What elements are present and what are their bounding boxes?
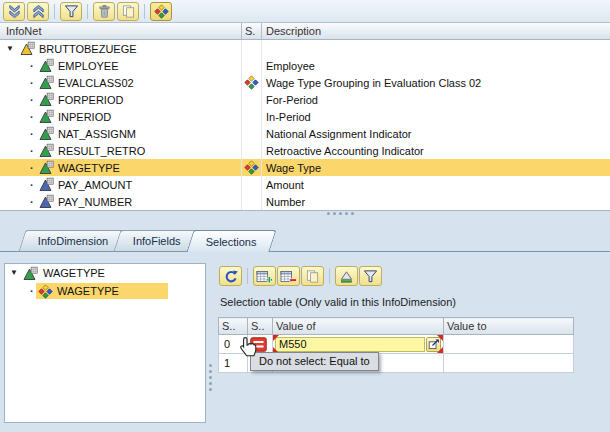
tree-item-pay-number[interactable]: ·PAY_NUMBER Number (0, 193, 610, 210)
tab-strip: InfoDimension InfoFields Selections (0, 229, 610, 252)
tree-item-evalclass02[interactable]: ·EVALCLASS02 Wage Type Grouping in Evalu… (0, 74, 610, 91)
bullet: · (30, 94, 36, 106)
tree-item-description: In-Period (262, 108, 610, 125)
dimension-icon (39, 143, 54, 158)
tree-item-label: WAGETYPE (57, 285, 119, 297)
dimension-icon (39, 92, 54, 107)
tree-item-employee[interactable]: ·EMPLOYEE Employee (0, 57, 610, 74)
selected-highlight: WAGETYPE (36, 283, 168, 299)
delete-button[interactable] (93, 2, 115, 21)
tree-item-bruttobezuege[interactable]: ▼ BRUTTOBEZUEGE (0, 40, 610, 57)
bullet: · (30, 111, 36, 123)
tooltip: Do not select: Equal to (250, 352, 379, 371)
selection-table-title: Selection table (Only valid in this Info… (220, 296, 456, 308)
key-figure-icon (39, 194, 54, 209)
collapse-arrow-icon[interactable]: ▼ (6, 45, 16, 53)
sap-query-window: InfoNet S. Description ▼ BRUTTOBEZUEGE ·… (0, 0, 610, 432)
column-header-value-to[interactable]: Value to (444, 318, 574, 335)
tree-item-result-retro[interactable]: ·RESULT_RETRO Retroactive Accounting Ind… (0, 142, 610, 159)
tab-infodimension[interactable]: InfoDimension (19, 230, 128, 251)
insert-line-icon (256, 269, 273, 284)
bullet: · (30, 179, 36, 191)
column-header-sign[interactable]: S.. (248, 318, 273, 335)
tree-item-label: EVALCLASS02 (58, 77, 134, 89)
filter-button[interactable] (60, 2, 82, 21)
dimension-icon (39, 126, 54, 141)
copy-icon (305, 269, 320, 284)
collapse-arrow-icon[interactable]: ▼ (10, 269, 20, 277)
column-header-infonet[interactable]: InfoNet (0, 23, 242, 39)
tree-item-label: INPERIOD (58, 111, 111, 123)
dimension-diamond-icon (154, 4, 169, 19)
tree-item-label: BRUTTOBEZUEGE (39, 43, 137, 55)
toolbar-separator (329, 268, 330, 284)
characteristic-diamond-icon (244, 160, 259, 175)
column-header-description[interactable]: Description (262, 23, 610, 39)
tree-item-description: Wage Type Grouping in Evaluation Class 0… (262, 74, 610, 91)
dimension-icon (23, 266, 38, 281)
value-to-cell[interactable] (444, 335, 574, 354)
value-of-input[interactable] (275, 337, 425, 352)
column-header-s[interactable]: S. (242, 23, 262, 39)
tree-item-pay-amount[interactable]: ·PAY_AMOUNT Amount (0, 176, 610, 193)
column-header-line[interactable]: S.. (219, 318, 248, 335)
trash-icon (97, 4, 112, 19)
tree-item-description: Employee (262, 57, 610, 74)
bullet: · (30, 77, 36, 89)
tree-item-description: Wage Type (262, 159, 610, 176)
tree-item-description: Retroactive Accounting Indicator (262, 142, 610, 159)
value-to-cell[interactable] (444, 354, 574, 373)
insert-line-button[interactable] (253, 266, 276, 286)
infodimension-button[interactable] (150, 2, 172, 21)
selection-corner-mark (437, 347, 443, 353)
dimension-tree-root[interactable]: ▼ WAGETYPE (5, 264, 205, 282)
key-figure-icon (39, 177, 54, 192)
refresh-icon (223, 269, 238, 284)
toolbar-separator (54, 4, 55, 19)
selection-row-0: 0 (219, 335, 574, 354)
bullet: · (30, 162, 36, 174)
tree-item-inperiod[interactable]: ·INPERIOD In-Period (0, 108, 610, 125)
tree-item-wagetype-selected[interactable]: ·WAGETYPE Wage Type (0, 159, 610, 176)
sort-ascending-button[interactable] (335, 266, 358, 286)
infonet-root-icon (20, 41, 35, 56)
delete-line-icon (280, 269, 297, 284)
mouse-cursor-hand-icon (238, 336, 258, 358)
refresh-button[interactable] (219, 266, 242, 286)
filter-icon (363, 269, 378, 284)
dimension-icon (39, 109, 54, 124)
tree-item-label: WAGETYPE (58, 162, 120, 174)
tree-item-label: WAGETYPE (43, 267, 105, 279)
collapse-all-button[interactable] (27, 2, 49, 21)
tree-item-forperiod[interactable]: ·FORPERIOD For-Period (0, 91, 610, 108)
vertical-splitter-handle[interactable] (209, 364, 212, 391)
delete-line-button[interactable] (277, 266, 300, 286)
infonet-tree-panel: InfoNet S. Description ▼ BRUTTOBEZUEGE ·… (0, 23, 610, 211)
tree-item-description: Amount (262, 176, 610, 193)
bullet: · (30, 196, 36, 208)
dimension-icon (39, 75, 54, 90)
toolbar-separator (87, 4, 88, 19)
expand-all-button[interactable] (3, 2, 25, 21)
horizontal-splitter-handle[interactable] (327, 212, 354, 215)
tree-item-label: NAT_ASSIGNM (58, 128, 136, 140)
tree-item-label: PAY_AMOUNT (58, 179, 132, 191)
dimension-icon (39, 160, 54, 175)
dimension-tree-panel: ▼ WAGETYPE · WAGETYPE (4, 263, 206, 423)
dimension-tree-child-selected[interactable]: · WAGETYPE (5, 282, 205, 300)
filter-icon (64, 4, 79, 19)
dimension-icon (39, 58, 54, 73)
tab-selections[interactable]: Selections (186, 230, 276, 252)
tree-item-nat-assignm[interactable]: ·NAT_ASSIGNM National Assignment Indicat… (0, 125, 610, 142)
selection-toolbar (219, 266, 382, 286)
tree-item-label: RESULT_RETRO (58, 145, 145, 157)
selection-corner-mark (437, 335, 443, 341)
copy-button[interactable] (117, 2, 139, 21)
column-header-value-of[interactable]: Value of (273, 318, 444, 335)
tree-item-description: National Assignment Indicator (262, 125, 610, 142)
tree-item-description: For-Period (262, 91, 610, 108)
copy-line-button[interactable] (301, 266, 324, 286)
characteristic-diamond-icon (38, 284, 53, 299)
filter-button[interactable] (359, 266, 382, 286)
chevrons-down-icon (7, 4, 22, 19)
